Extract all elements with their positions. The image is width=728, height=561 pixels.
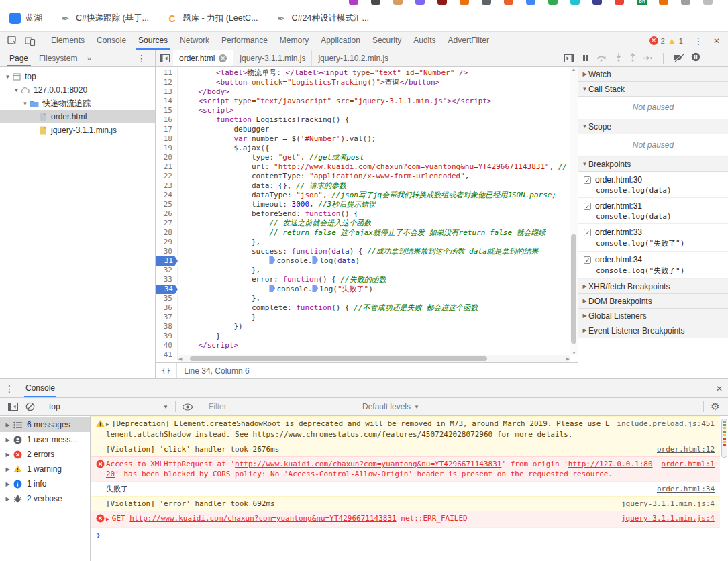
- section-call-stack[interactable]: ▼Call Stack: [578, 82, 728, 97]
- deactivate-breakpoints-icon[interactable]: [674, 52, 684, 64]
- row-caret-icon[interactable]: ▶: [4, 496, 11, 502]
- editor-tab-jquery-1.10.2.min.js[interactable]: jquery-1.10.2.min.js: [312, 50, 395, 66]
- line-number[interactable]: 33: [156, 275, 178, 285]
- tab-memory[interactable]: Memory: [274, 32, 315, 50]
- line-number[interactable]: 39: [156, 332, 178, 341]
- line-number[interactable]: 15: [156, 106, 178, 115]
- line-number[interactable]: 20: [156, 153, 178, 162]
- message-url-link[interactable]: http://www.kuaidi.com/chaxun?com=yuanton…: [235, 460, 501, 468]
- tree-caret-icon[interactable]: ▼: [21, 101, 29, 107]
- line-number[interactable]: 24: [156, 191, 178, 200]
- tree-caret-icon[interactable]: ▼: [4, 74, 11, 80]
- bookmark-item[interactable]: ✒C#快递跟踪 (基于...: [60, 13, 149, 24]
- tree-item-127.0.0.18020[interactable]: ▼127.0.0.1:8020: [0, 83, 155, 97]
- source-location-link[interactable]: order.html:1: [662, 459, 715, 469]
- line-number[interactable]: 40: [156, 341, 178, 350]
- row-caret-icon[interactable]: ▶: [4, 452, 11, 458]
- more-tabs-icon[interactable]: »: [83, 54, 95, 62]
- section-global-listeners[interactable]: ▶Global Listeners: [578, 309, 728, 323]
- breakpoint-checkbox[interactable]: ✓: [584, 256, 591, 264]
- tree-item-jquery-3.1.1.min.js[interactable]: jquery-3.1.1.min.js: [0, 123, 155, 137]
- console-filter-input[interactable]: [209, 402, 353, 411]
- tree-item-order.html[interactable]: order.html: [0, 110, 155, 123]
- line-number[interactable]: 19: [156, 144, 178, 153]
- navigator-menu-icon[interactable]: ⋮: [132, 53, 151, 64]
- line-number[interactable]: 35: [156, 294, 178, 303]
- devtools-menu-icon[interactable]: ⋮: [689, 36, 708, 46]
- console-scroll-markers[interactable]: [721, 419, 727, 458]
- row-caret-icon[interactable]: ▶: [4, 466, 11, 472]
- tab-security[interactable]: Security: [366, 32, 407, 50]
- inline-breakpoint-marker[interactable]: [312, 256, 318, 264]
- console-filter-1-warning[interactable]: ▶1 warning: [0, 462, 90, 476]
- message-url-link[interactable]: http://www.kuaidi.com/chaxun?com=yuanton…: [129, 514, 396, 523]
- section-breakpoints[interactable]: ▼Breakpoints: [578, 157, 728, 172]
- editor-tab-jquery-3.1.1.min.js[interactable]: jquery-3.1.1.min.js: [233, 50, 312, 66]
- line-number[interactable]: 31: [156, 256, 178, 266]
- line-number[interactable]: 22: [156, 172, 178, 181]
- pretty-print-button[interactable]: {}: [156, 363, 177, 378]
- line-number[interactable]: 32: [156, 266, 178, 275]
- line-number[interactable]: 12: [156, 78, 178, 87]
- line-number[interactable]: 11: [156, 68, 178, 78]
- section-event-listener-breakpoints[interactable]: ▶Event Listener Breakpoints: [578, 323, 728, 338]
- editor-tab-order.html[interactable]: order.html✕: [173, 50, 233, 66]
- pause-script-icon[interactable]: [582, 52, 589, 64]
- console-settings-icon[interactable]: ⚙: [707, 399, 724, 415]
- line-number[interactable]: 21: [156, 162, 178, 172]
- tab-network[interactable]: Network: [174, 32, 215, 50]
- levels-dropdown[interactable]: Default levels ▼: [362, 402, 419, 411]
- line-number[interactable]: 29: [156, 238, 178, 247]
- console-filter-2-verbose[interactable]: ▶2 verbose: [0, 491, 90, 506]
- clear-console-icon[interactable]: [21, 399, 39, 415]
- pause-on-exceptions-icon[interactable]: [691, 52, 700, 64]
- console-filter-1-user-mess-[interactable]: ▶1 user mess...: [0, 432, 90, 447]
- step-out-icon[interactable]: [629, 52, 636, 64]
- tree-item-[interactable]: ▼快递物流追踪: [0, 97, 155, 110]
- line-number[interactable]: 38: [156, 322, 178, 332]
- console-filter-2-errors[interactable]: ▶2 errors: [0, 447, 90, 462]
- tab-sources[interactable]: Sources: [132, 32, 174, 50]
- bookmark-item[interactable]: 蓝湖: [9, 13, 42, 24]
- tree-item-top[interactable]: ▼top: [0, 70, 155, 83]
- console-filter-1-info[interactable]: ▶1 info: [0, 476, 90, 491]
- bookmark-item[interactable]: C题库 - 力扣 (LeetC...: [166, 13, 258, 24]
- inline-breakpoint-marker[interactable]: [312, 285, 318, 292]
- toggle-navigator-icon[interactable]: [156, 50, 173, 66]
- row-caret-icon[interactable]: ▶: [4, 422, 11, 428]
- eye-icon[interactable]: [178, 399, 196, 415]
- line-number[interactable]: 23: [156, 181, 178, 191]
- tab-console[interactable]: Console: [24, 379, 56, 397]
- section-xhr-fetch-breakpoints[interactable]: ▶XHR/fetch Breakpoints: [578, 279, 728, 294]
- line-number[interactable]: 41: [156, 350, 178, 360]
- expand-caret-icon[interactable]: ▶: [106, 516, 109, 522]
- inline-breakpoint-marker[interactable]: [269, 256, 275, 264]
- devtools-close-icon[interactable]: ✕: [708, 36, 725, 46]
- bookmark-item[interactable]: ✒C#24种设计模式汇...: [276, 13, 369, 24]
- tab-audits[interactable]: Audits: [407, 32, 441, 50]
- line-number[interactable]: 18: [156, 134, 178, 144]
- console-close-icon[interactable]: ✕: [711, 384, 728, 393]
- toggle-debugger-sidebar-icon[interactable]: [560, 50, 578, 66]
- editor-vertical-scrollbar[interactable]: ▲▼: [570, 67, 578, 355]
- section-dom-breakpoints[interactable]: ▶DOM Breakpoints: [578, 294, 728, 309]
- section-scope[interactable]: ▼Scope: [578, 119, 728, 134]
- error-badge-icon[interactable]: ✕: [649, 36, 658, 45]
- tab-performance[interactable]: Performance: [215, 32, 274, 50]
- tree-caret-icon[interactable]: ▼: [13, 87, 20, 93]
- source-location-link[interactable]: order.html:34: [657, 484, 715, 494]
- line-number[interactable]: 16: [156, 115, 178, 125]
- source-location-link[interactable]: jquery-3.1.1.min.js:4: [621, 499, 715, 509]
- line-number[interactable]: 34: [156, 285, 178, 294]
- breakpoint-checkbox[interactable]: ✓: [584, 229, 591, 236]
- console-prompt[interactable]: ❯: [91, 527, 720, 542]
- tab-page[interactable]: Page: [4, 50, 34, 66]
- message-url-link[interactable]: https://www.chromestatus.com/features/45…: [253, 430, 493, 439]
- breakpoint-entry[interactable]: ✓order.html:31console.log(data): [578, 198, 728, 224]
- breakpoint-entry[interactable]: ✓order.html:30console.log(data): [578, 172, 728, 198]
- code-editor[interactable]: 11 <label>物流单号: </label><input type="tex…: [156, 67, 578, 362]
- line-number[interactable]: 37: [156, 313, 178, 322]
- inline-breakpoint-marker[interactable]: [269, 285, 275, 292]
- device-toolbar-icon[interactable]: [21, 33, 39, 49]
- line-number[interactable]: 25: [156, 200, 178, 209]
